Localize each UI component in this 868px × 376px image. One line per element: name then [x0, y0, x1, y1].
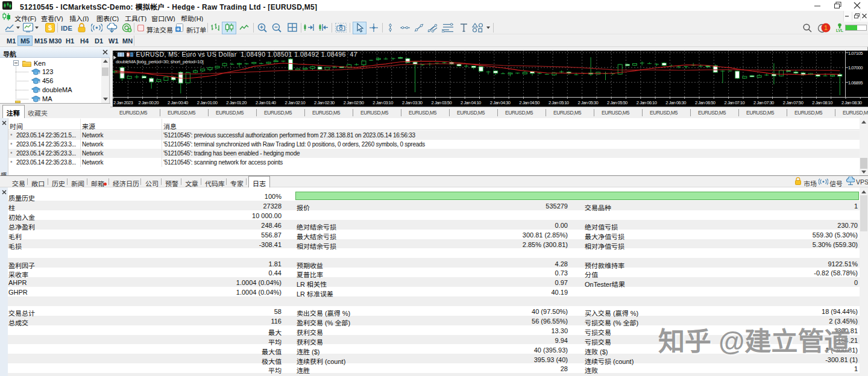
svg-text:1.07000: 1.07000 — [848, 65, 863, 70]
svg-text:2 Jan 04:30: 2 Jan 04:30 — [490, 100, 511, 105]
svg-text:1.07105: 1.07105 — [848, 51, 863, 56]
svg-text:2 Jan 02:10: 2 Jan 02:10 — [285, 100, 306, 105]
svg-text:2 Jan 03:50: 2 Jan 03:50 — [432, 100, 452, 105]
svg-text:2 Jan 06:50: 2 Jan 06:50 — [695, 100, 715, 105]
svg-text:2 Jan 08:30: 2 Jan 08:30 — [841, 100, 862, 105]
svg-text:2 Jan 02:50: 2 Jan 02:50 — [344, 100, 364, 105]
svg-text:2 Jan 04:50: 2 Jan 04:50 — [519, 100, 539, 105]
svg-text:1.06895: 1.06895 — [848, 80, 863, 86]
svg-text:1: 1 — [824, 25, 828, 31]
svg-text:LVL: LVL — [836, 28, 843, 33]
svg-text:EURUSD, M5: Euro vs US Dollar: EURUSD, M5: Euro vs US Dollar 1.08490 1.… — [136, 51, 358, 58]
svg-text:2 Jan 05:30: 2 Jan 05:30 — [578, 100, 599, 105]
svg-text:2 Jan 05:50: 2 Jan 05:50 — [607, 100, 627, 105]
svg-text:2 Jan 07:30: 2 Jan 07:30 — [753, 100, 774, 105]
svg-text:$: $ — [48, 24, 52, 31]
svg-text:2 Jan 00:20: 2 Jan 00:20 — [139, 100, 159, 105]
svg-text:2 Jan 00:40: 2 Jan 00:40 — [168, 100, 188, 105]
svg-text:2 Jan 01:00: 2 Jan 01:00 — [197, 100, 218, 105]
svg-text:2 Jan 07:10: 2 Jan 07:10 — [725, 100, 745, 105]
svg-text:2 Jan 2023: 2 Jan 2023 — [113, 100, 133, 105]
svg-text:2 Jan 06:10: 2 Jan 06:10 — [637, 100, 657, 105]
svg-text:2 Jan 08:10: 2 Jan 08:10 — [812, 100, 832, 105]
svg-text:2 Jan 03:10: 2 Jan 03:10 — [373, 100, 393, 105]
svg-text:2 Jan 01:40: 2 Jan 01:40 — [256, 100, 276, 105]
svg-text:2 Jan 04:10: 2 Jan 04:10 — [461, 100, 481, 105]
svg-text:2 Jan 02:30: 2 Jan 02:30 — [314, 100, 335, 105]
svg-text:2 Jan 01:20: 2 Jan 01:20 — [226, 100, 247, 105]
svg-text:2 Jan 07:50: 2 Jan 07:50 — [783, 100, 804, 105]
svg-text:2 Jan 03:30: 2 Jan 03:30 — [402, 100, 423, 105]
svg-text:doubleMA [long_period=30; shor: doubleMA [long_period=30; short_period=1… — [116, 59, 204, 64]
svg-text:2 Jan 06:30: 2 Jan 06:30 — [665, 100, 686, 105]
svg-text:2 Jan 05:10: 2 Jan 05:10 — [549, 100, 569, 105]
